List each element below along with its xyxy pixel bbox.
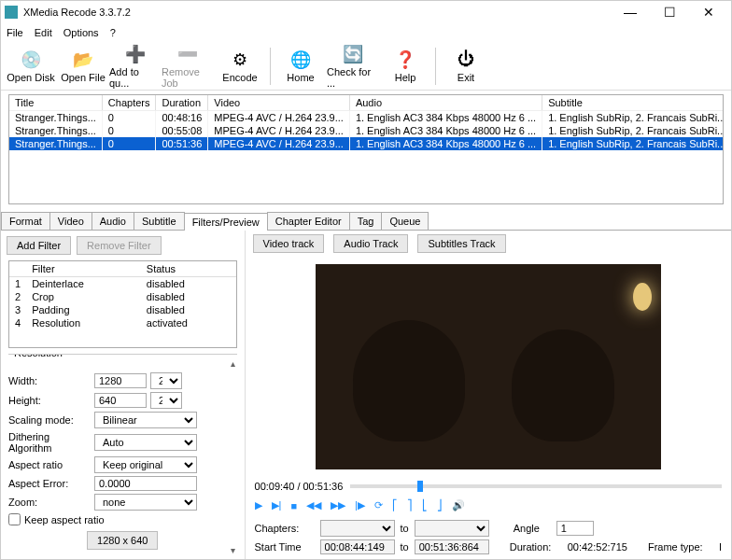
menu-file[interactable]: File [7, 27, 23, 38]
scroll-down-icon[interactable]: ▾ [231, 545, 235, 555]
open-disk-button[interactable]: 💿Open Disk [5, 44, 57, 89]
forward-icon[interactable]: ▶▶ [331, 499, 345, 511]
time-display: 00:09:40 / 00:51:36 [255, 481, 344, 492]
check-icon: 🔄 [343, 44, 363, 64]
aspect-label: Aspect ratio [8, 459, 94, 470]
asperr-input[interactable] [94, 476, 197, 491]
scaling-select[interactable]: Bilinear [94, 412, 197, 428]
file-list[interactable]: TitleChaptersDurationVideoAudioSubtitleS… [8, 94, 724, 204]
add-filter-button[interactable]: Add Filter [7, 236, 71, 255]
add-queue-icon: ➕ [125, 44, 146, 64]
scaling-label: Scaling mode: [8, 414, 94, 426]
rewind-icon[interactable]: ◀◀ [306, 499, 321, 511]
col-subtitle[interactable]: Subtitle [542, 95, 724, 111]
col-chapters[interactable]: Chapters [102, 95, 156, 111]
start-label: Start Time [255, 541, 315, 553]
add-queue-button[interactable]: ➕Add to qu... [109, 44, 162, 89]
help-icon: ❓ [395, 49, 415, 70]
loop-icon[interactable]: ⟳ [374, 499, 383, 511]
filter-row[interactable]: 1Deinterlacedisabled [9, 277, 236, 291]
keep-aspect-checkbox[interactable] [8, 513, 21, 525]
width-step[interactable]: 2 [150, 372, 182, 389]
window-title: XMedia Recode 3.3.7.2 [23, 7, 619, 18]
col-title[interactable]: Title [9, 95, 102, 111]
aspect-select[interactable]: Keep original [94, 456, 197, 473]
filter-row[interactable]: 2Cropdisabled [9, 290, 236, 303]
table-row[interactable]: Stranger.Things...000:48:16MPEG-4 AVC / … [9, 111, 724, 125]
filter-row[interactable]: 4Resolutionactivated [9, 316, 236, 329]
col-audio[interactable]: Audio [349, 95, 542, 111]
zoom-select[interactable]: none [94, 494, 197, 511]
tab-subtitle[interactable]: Subtitle [134, 212, 185, 230]
filter-table[interactable]: Filter Status 1Deinterlacedisabled2Cropd… [8, 260, 237, 348]
video-preview [316, 264, 661, 469]
chapter-to[interactable] [415, 520, 489, 537]
size-button[interactable]: 1280 x 640 [87, 531, 158, 550]
subtitles-track-button[interactable]: Subtitles Track [417, 234, 505, 253]
height-label: Height: [8, 395, 94, 406]
encode-icon: ⚙ [230, 49, 250, 70]
mark-in-icon[interactable]: ⎡ [392, 499, 398, 511]
menu-?[interactable]: ? [110, 27, 116, 38]
tab-filters-preview[interactable]: Filters/Preview [184, 213, 268, 231]
jump-in-icon[interactable]: ⎣ [422, 499, 428, 511]
col-duration[interactable]: Duration [156, 95, 208, 111]
jump-out-icon[interactable]: ⎦ [437, 499, 443, 511]
tab-audio[interactable]: Audio [92, 212, 134, 230]
menu-edit[interactable]: Edit [35, 27, 52, 38]
filter-col-name: Filter [26, 261, 141, 277]
dither-label: Dithering Algorithm [8, 431, 94, 454]
filter-row[interactable]: 3Paddingdisabled [9, 303, 236, 316]
dither-select[interactable]: Auto [94, 434, 197, 451]
menu-options[interactable]: Options [63, 27, 99, 38]
remove-filter-button[interactable]: Remove Filter [77, 236, 161, 255]
open-file-icon: 📂 [73, 49, 93, 70]
mark-out-icon[interactable]: ⎤ [407, 499, 413, 511]
remove-job-icon: ➖ [177, 44, 198, 64]
audio-track-button[interactable]: Audio Track [333, 234, 408, 253]
step-icon[interactable]: ▶| [272, 499, 282, 511]
check-button[interactable]: 🔄Check for ... [327, 44, 379, 89]
chapter-from[interactable] [320, 520, 395, 537]
height-step[interactable]: 2 [150, 392, 182, 409]
col-video[interactable]: Video [208, 95, 350, 111]
tab-queue[interactable]: Queue [381, 212, 429, 230]
duration-value: 00:42:52:715 [568, 541, 627, 553]
angle-input[interactable] [556, 521, 594, 536]
tab-chapter-editor[interactable]: Chapter Editor [267, 212, 350, 230]
tab-video[interactable]: Video [49, 212, 92, 230]
video-track-button[interactable]: Video track [253, 234, 325, 253]
width-input[interactable] [94, 373, 147, 388]
resolution-group-label: Resolution [10, 354, 66, 358]
encode-button[interactable]: ⚙Encode [214, 44, 266, 89]
tab-format[interactable]: Format [1, 212, 50, 230]
zoom-label: Zoom: [8, 497, 94, 508]
end-time[interactable] [415, 539, 489, 554]
minimize-button[interactable]: — [619, 5, 641, 20]
exit-button[interactable]: ⏻Exit [440, 44, 492, 89]
angle-label: Angle [514, 523, 551, 534]
height-input[interactable] [94, 393, 147, 408]
asperr-label: Aspect Error: [8, 478, 94, 489]
app-icon [5, 6, 18, 19]
step-forward-icon[interactable]: |▶ [355, 499, 365, 511]
seek-slider[interactable] [350, 484, 722, 488]
home-button[interactable]: 🌐Home [274, 44, 327, 89]
maximize-button[interactable]: ☐ [658, 5, 681, 20]
start-time[interactable] [320, 539, 395, 554]
help-button[interactable]: ❓Help [379, 44, 431, 89]
home-icon: 🌐 [290, 49, 311, 70]
open-disk-icon: 💿 [21, 49, 41, 70]
scroll-up-icon[interactable]: ▴ [231, 358, 235, 369]
width-label: Width: [8, 375, 94, 386]
stop-icon[interactable]: ■ [290, 500, 297, 511]
chapters-label: Chapters: [255, 523, 315, 534]
close-button[interactable]: ✕ [697, 5, 720, 20]
open-file-button[interactable]: 📂Open File [57, 44, 109, 89]
remove-job-button[interactable]: ➖Remove Job [162, 44, 214, 89]
table-row[interactable]: Stranger.Things...000:51:36MPEG-4 AVC / … [9, 137, 724, 150]
speaker-icon[interactable]: 🔊 [452, 499, 465, 511]
tab-tag[interactable]: Tag [349, 212, 383, 230]
table-row[interactable]: Stranger.Things...000:55:08MPEG-4 AVC / … [9, 124, 724, 137]
play-icon[interactable]: ▶ [255, 499, 262, 511]
